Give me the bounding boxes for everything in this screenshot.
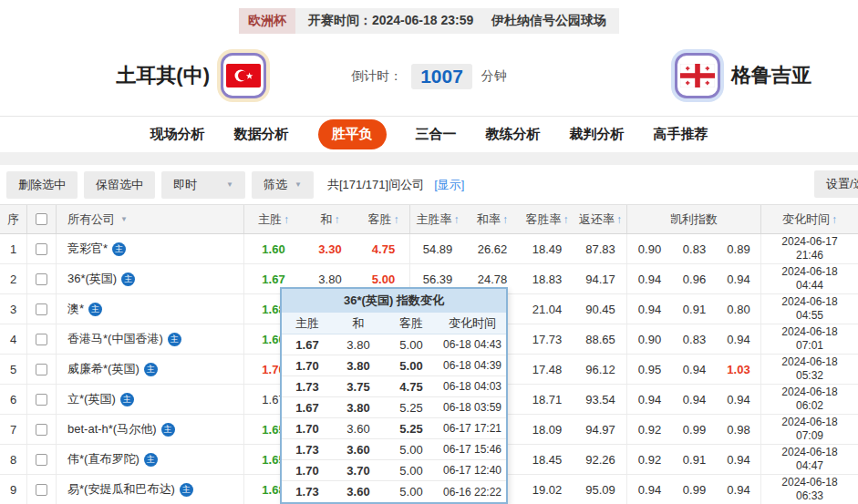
popup-col-draw: 和 [333, 313, 384, 334]
row-checkbox[interactable] [36, 364, 47, 375]
keep-selected-button[interactable]: 保留选中 [84, 171, 155, 199]
rate-cell: 18.49 [520, 234, 574, 263]
row-checkbox[interactable] [36, 394, 47, 406]
checkbox-cell [27, 385, 57, 414]
tab-win-draw-lose[interactable]: 胜平负 [318, 119, 387, 149]
kelly-cell: 0.83 [672, 324, 717, 354]
odds-cell[interactable]: 1.60 [244, 234, 303, 263]
kelly-cell: 0.94 [717, 445, 761, 474]
kelly-cell: 0.95 [627, 355, 672, 384]
company-name[interactable]: 威廉希*(英国) [67, 361, 140, 377]
tab-expert-picks[interactable]: 高手推荐 [654, 126, 708, 143]
rate-cell: 19.02 [520, 475, 574, 504]
row-checkbox[interactable] [36, 484, 47, 496]
tab-three-in-one[interactable]: 三合一 [416, 126, 457, 143]
kelly-cell: 0.83 [672, 234, 717, 263]
company-cell: 澳*主 [57, 294, 244, 324]
checkbox-cell [27, 324, 57, 354]
analysis-tabs: 现场分析 数据分析 胜平负 三合一 教练分析 裁判分析 高手推荐 [0, 117, 858, 152]
rate-cell: 90.45 [574, 294, 627, 324]
rate-cell: 96.12 [574, 355, 627, 384]
rate-cell: 88.65 [574, 324, 627, 354]
mainstream-badge-icon: 主 [144, 363, 158, 376]
rate-cell: 18.83 [520, 264, 574, 293]
odds-cell[interactable]: 4.75 [357, 234, 410, 263]
checkbox-cell [27, 445, 57, 474]
col-company[interactable]: 所有公司 ▼ [57, 205, 244, 233]
col-select [27, 205, 57, 233]
kelly-cell: 0.91 [672, 445, 717, 474]
row-checkbox[interactable] [36, 334, 47, 345]
col-change-time[interactable]: 变化时间↑ [761, 205, 858, 233]
kelly-cell: 0.94 [672, 385, 717, 414]
col-return-rate[interactable]: 返还率↑ [574, 205, 627, 233]
rate-cell: 26.62 [465, 234, 520, 263]
checkbox-cell [27, 294, 57, 324]
rate-cell: 17.73 [520, 324, 574, 354]
change-clock: 04:44 [796, 279, 823, 293]
popup-row: 1.733.605.0006-17 15:46 [282, 439, 506, 460]
popup-odds-home: 1.73 [282, 376, 333, 396]
mainstream-badge-icon: 主 [180, 483, 193, 497]
checkbox-cell [27, 415, 57, 444]
popup-odds-home: 1.70 [282, 460, 333, 480]
mainstream-badge-icon: 主 [112, 242, 126, 256]
col-home-odds[interactable]: 主胜↑ [244, 205, 303, 233]
company-name[interactable]: 伟*(直布罗陀) [67, 451, 140, 468]
rate-cell: 94.17 [574, 264, 627, 293]
company-name[interactable]: 香港马*(中国香港) [67, 331, 163, 347]
popup-change-time: 06-18 03:59 [439, 397, 506, 417]
col-away-rate[interactable]: 客胜率↑ [520, 205, 574, 233]
row-checkbox[interactable] [36, 243, 47, 255]
delete-selected-button[interactable]: 删除选中 [6, 171, 78, 199]
table-header-row: 序 所有公司 ▼ 主胜↑ 和↑ 客胜↑ 主胜率↑ 和率↑ 客胜率↑ 返还率↑ 凯… [0, 204, 858, 234]
col-away-odds[interactable]: 客胜↑ [357, 205, 410, 233]
rate-cell: 54.89 [410, 234, 465, 263]
kelly-cell: 0.94 [627, 475, 672, 504]
popup-odds-draw: 3.80 [333, 397, 384, 417]
away-team-name: 格鲁吉亚 [731, 62, 811, 89]
filter-dropdown[interactable]: 筛选 ▼ [252, 171, 314, 199]
kelly-cell: 0.94 [627, 294, 672, 324]
tab-referee-analysis[interactable]: 裁判分析 [570, 126, 625, 143]
row-checkbox[interactable] [36, 273, 47, 285]
change-date: 2024-06-18 [781, 355, 837, 369]
popup-row: 1.703.705.0006-17 12:40 [282, 460, 506, 481]
company-filter-icon: ▼ [120, 215, 128, 223]
odds-cell[interactable]: 3.30 [303, 234, 357, 263]
sort-asc-icon: ↑ [394, 213, 399, 226]
sort-asc-icon: ↑ [832, 213, 837, 226]
row-index: 6 [0, 385, 27, 414]
change-clock: 04:55 [796, 309, 823, 323]
popup-odds-draw: 3.80 [333, 334, 384, 355]
kelly-cell: 0.90 [627, 234, 672, 263]
company-name[interactable]: 澳* [67, 301, 84, 317]
row-checkbox[interactable] [36, 454, 47, 466]
col-draw-rate[interactable]: 和率↑ [465, 205, 520, 233]
change-clock: 06:33 [796, 489, 823, 503]
tab-coach-analysis[interactable]: 教练分析 [486, 126, 541, 143]
mainstream-badge-icon: 主 [120, 393, 134, 406]
company-name[interactable]: 立*(英国) [67, 391, 116, 407]
tab-live-analysis[interactable]: 现场分析 [150, 126, 205, 143]
col-draw-odds[interactable]: 和↑ [303, 205, 357, 233]
show-link[interactable]: [显示] [434, 177, 464, 193]
select-all-checkbox[interactable] [36, 213, 47, 225]
company-name[interactable]: 竞彩官* [67, 241, 108, 257]
company-name[interactable]: 36*(英国) [67, 271, 117, 287]
company-name[interactable]: 易*(安提瓜和巴布达) [67, 481, 175, 498]
row-index: 5 [0, 355, 27, 384]
settings-button[interactable]: 设置/选择 [814, 170, 858, 198]
company-name[interactable]: bet-at-h*(马尔他) [67, 421, 157, 437]
sort-asc-icon: ↑ [563, 213, 569, 226]
col-home-rate[interactable]: 主胜率↑ [410, 205, 465, 233]
row-checkbox[interactable] [36, 303, 47, 315]
row-checkbox[interactable] [36, 424, 47, 436]
instant-dropdown[interactable]: 即时 ▼ [161, 171, 245, 199]
popup-title: 36*(英国) 指数变化 [282, 289, 506, 313]
tab-data-analysis[interactable]: 数据分析 [234, 126, 289, 143]
kelly-cell: 0.90 [627, 324, 672, 354]
kelly-cell: 0.94 [717, 264, 761, 293]
mainstream-badge-icon: 主 [88, 303, 102, 316]
away-team: 格鲁吉亚 [675, 53, 811, 98]
